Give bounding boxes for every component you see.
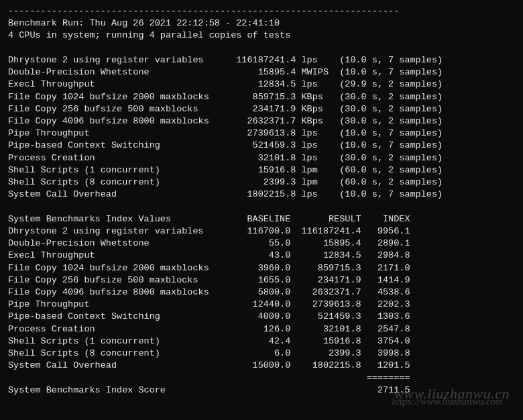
index-row: Shell Scripts (1 concurrent) 42.4 15916.… xyxy=(8,335,515,348)
index-rule: ======== xyxy=(8,372,515,384)
index-row: File Copy 256 bufsize 500 maxblocks 1655… xyxy=(8,274,515,286)
test-row: System Call Overhead 1802215.8 lps (10.0… xyxy=(8,189,515,201)
test-row: Shell Scripts (8 concurrent) 2399.3 lpm … xyxy=(8,176,515,189)
tests-block: Dhrystone 2 using register variables 116… xyxy=(8,54,515,201)
index-row: Dhrystone 2 using register variables 116… xyxy=(8,225,515,238)
bench-run-line: Benchmark Run: Thu Aug 26 2021 22:12:58 … xyxy=(8,17,515,30)
blank-row xyxy=(8,42,515,54)
separator-top: ----------------------------------------… xyxy=(8,5,515,17)
test-row: File Copy 1024 bufsize 2000 maxblocks 85… xyxy=(8,91,515,103)
cpus-line: 4 CPUs in system; running 4 parallel cop… xyxy=(8,30,515,42)
score-row: System Benchmarks Index Score 2711.5 xyxy=(8,384,515,397)
index-row: Execl Throughput 43.0 12834.5 2984.8 xyxy=(8,250,515,262)
index-row: Process Creation 126.0 32101.8 2547.8 xyxy=(8,323,515,335)
blank-row xyxy=(8,409,515,420)
test-row: Double-Precision Whetstone 15895.4 MWIPS… xyxy=(8,66,515,78)
test-row: Pipe-based Context Switching 521459.3 lp… xyxy=(8,140,515,152)
index-row: Pipe Throughput 12440.0 2739613.8 2202.3 xyxy=(8,299,515,311)
test-row: Pipe Throughput 2739613.8 lps (10.0 s, 7… xyxy=(8,127,515,140)
test-row: Shell Scripts (1 concurrent) 15916.8 lpm… xyxy=(8,164,515,176)
index-header-row: System Benchmarks Index Values BASELINE … xyxy=(8,213,515,225)
test-row: File Copy 4096 bufsize 8000 maxblocks 26… xyxy=(8,115,515,127)
index-row: System Call Overhead 15000.0 1802215.8 1… xyxy=(8,360,515,372)
test-row: Dhrystone 2 using register variables 116… xyxy=(8,54,515,66)
index-block: Dhrystone 2 using register variables 116… xyxy=(8,225,515,372)
index-row: Shell Scripts (8 concurrent) 6.0 2399.3 … xyxy=(8,348,515,360)
index-row: Double-Precision Whetstone 55.0 15895.4 … xyxy=(8,238,515,250)
blank-row xyxy=(8,201,515,213)
blank-row xyxy=(8,397,515,409)
index-row: Pipe-based Context Switching 4000.0 5214… xyxy=(8,311,515,323)
test-row: Process Creation 32101.8 lps (30.0 s, 2 … xyxy=(8,152,515,164)
index-row: File Copy 4096 bufsize 8000 maxblocks 58… xyxy=(8,286,515,299)
test-row: File Copy 256 bufsize 500 maxblocks 2341… xyxy=(8,103,515,115)
test-row: Execl Throughput 12834.5 lps (29.9 s, 2 … xyxy=(8,78,515,91)
index-row: File Copy 1024 bufsize 2000 maxblocks 39… xyxy=(8,262,515,274)
